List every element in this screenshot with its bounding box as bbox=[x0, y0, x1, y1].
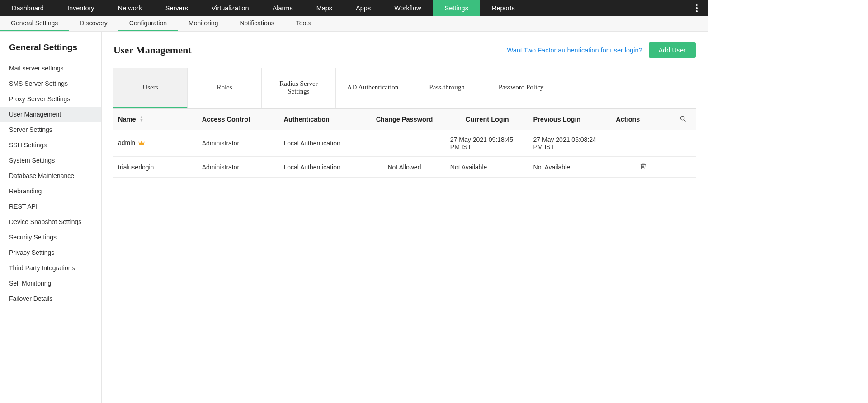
nav-workflow[interactable]: Workflow bbox=[382, 0, 433, 16]
cell-name: trialuserlogin bbox=[113, 157, 198, 178]
column-header-access[interactable]: Access Control bbox=[198, 109, 279, 130]
cell-current-login: Not Available bbox=[446, 157, 529, 178]
subnav-tools[interactable]: Tools bbox=[285, 16, 322, 31]
column-header-auth[interactable]: Authentication bbox=[279, 109, 363, 130]
sidebar-item-proxy-server[interactable]: Proxy Server Settings bbox=[0, 91, 101, 107]
sidebar-item-rest-api[interactable]: REST API bbox=[0, 199, 101, 214]
sub-nav: General Settings Discovery Configuration… bbox=[0, 16, 708, 32]
cell-current-login: 27 May 2021 09:18:45 PM IST bbox=[446, 130, 529, 157]
crown-icon bbox=[138, 140, 145, 147]
subnav-discovery[interactable]: Discovery bbox=[69, 16, 118, 31]
sidebar-item-privacy-settings[interactable]: Privacy Settings bbox=[0, 245, 101, 260]
add-user-button[interactable]: Add User bbox=[649, 42, 696, 58]
cell-name: admin bbox=[113, 130, 198, 157]
cell-change-password: Not Allowed bbox=[363, 157, 446, 178]
cell-previous-login: 27 May 2021 06:08:24 PM IST bbox=[529, 130, 612, 157]
sidebar: General Settings Mail server settings SM… bbox=[0, 32, 102, 403]
column-header-previous-login[interactable]: Previous Login bbox=[529, 109, 612, 130]
nav-settings[interactable]: Settings bbox=[433, 0, 480, 16]
subnav-monitoring[interactable]: Monitoring bbox=[178, 16, 229, 31]
two-factor-link[interactable]: Want Two Factor authentication for user … bbox=[507, 47, 642, 54]
page-title: User Management bbox=[113, 44, 192, 56]
column-header-change-password[interactable]: Change Password bbox=[363, 109, 446, 130]
page-header: User Management Want Two Factor authenti… bbox=[113, 42, 696, 58]
sidebar-item-ssh-settings[interactable]: SSH Settings bbox=[0, 137, 101, 153]
cell-auth: Local Authentication bbox=[279, 157, 363, 178]
nav-apps[interactable]: Apps bbox=[344, 0, 382, 16]
nav-dashboard[interactable]: Dashboard bbox=[0, 0, 56, 16]
nav-network[interactable]: Network bbox=[106, 0, 154, 16]
settings-tabs: Users Roles Radius Server Settings AD Au… bbox=[113, 68, 696, 109]
subnav-general-settings[interactable]: General Settings bbox=[0, 16, 69, 31]
sidebar-item-device-snapshot[interactable]: Device Snapshot Settings bbox=[0, 214, 101, 230]
cell-previous-login: Not Available bbox=[529, 157, 612, 178]
cell-spacer bbox=[675, 157, 696, 178]
tab-users[interactable]: Users bbox=[113, 68, 188, 108]
sidebar-item-system-settings[interactable]: System Settings bbox=[0, 153, 101, 168]
nav-maps[interactable]: Maps bbox=[305, 0, 344, 16]
nav-reports[interactable]: Reports bbox=[480, 0, 527, 16]
column-header-current-login[interactable]: Current Login bbox=[446, 109, 529, 130]
sidebar-title: General Settings bbox=[0, 40, 101, 61]
sidebar-item-rebranding[interactable]: Rebranding bbox=[0, 183, 101, 199]
nav-alarms[interactable]: Alarms bbox=[261, 0, 305, 16]
sidebar-item-database-maintenance[interactable]: Database Maintenance bbox=[0, 168, 101, 183]
tab-pass-through[interactable]: Pass-through bbox=[410, 68, 484, 108]
table-row[interactable]: adminAdministratorLocal Authentication27… bbox=[113, 130, 696, 157]
tab-password-policy[interactable]: Password Policy bbox=[484, 68, 558, 108]
sidebar-item-sms-server[interactable]: SMS Server Settings bbox=[0, 76, 101, 91]
sidebar-item-mail-server[interactable]: Mail server settings bbox=[0, 61, 101, 76]
nav-virtualization[interactable]: Virtualization bbox=[200, 0, 261, 16]
tab-radius-server[interactable]: Radius Server Settings bbox=[262, 68, 336, 108]
table-search[interactable] bbox=[675, 109, 696, 130]
sidebar-item-failover-details[interactable]: Failover Details bbox=[0, 291, 101, 306]
column-header-name[interactable]: Name ▲▼ bbox=[113, 109, 198, 130]
sidebar-item-user-management[interactable]: User Management bbox=[0, 107, 101, 122]
nav-servers[interactable]: Servers bbox=[154, 0, 200, 16]
cell-actions bbox=[611, 130, 675, 157]
table-row[interactable]: trialuserloginAdministratorLocal Authent… bbox=[113, 157, 696, 178]
cell-change-password bbox=[363, 130, 446, 157]
tab-ad-authentication[interactable]: AD Authentication bbox=[336, 68, 410, 108]
cell-access: Administrator bbox=[198, 157, 279, 178]
kebab-menu-icon[interactable] bbox=[690, 0, 703, 16]
cell-spacer bbox=[675, 130, 696, 157]
sidebar-item-server-settings[interactable]: Server Settings bbox=[0, 122, 101, 137]
sidebar-item-security-settings[interactable]: Security Settings bbox=[0, 230, 101, 245]
subnav-configuration[interactable]: Configuration bbox=[118, 16, 178, 31]
sort-icon: ▲▼ bbox=[140, 116, 144, 122]
svg-line-1 bbox=[684, 120, 685, 122]
nav-inventory[interactable]: Inventory bbox=[56, 0, 106, 16]
subnav-notifications[interactable]: Notifications bbox=[229, 16, 285, 31]
cell-access: Administrator bbox=[198, 130, 279, 157]
sidebar-item-self-monitoring[interactable]: Self Monitoring bbox=[0, 276, 101, 291]
delete-icon[interactable] bbox=[640, 163, 646, 170]
users-table: Name ▲▼ Access Control Authentication Ch… bbox=[113, 109, 696, 178]
search-icon[interactable] bbox=[679, 115, 686, 122]
column-header-actions: Actions bbox=[611, 109, 675, 130]
cell-auth: Local Authentication bbox=[279, 130, 363, 157]
main-content: User Management Want Two Factor authenti… bbox=[102, 32, 708, 403]
top-nav: Dashboard Inventory Network Servers Virt… bbox=[0, 0, 708, 16]
cell-actions bbox=[611, 157, 675, 178]
tab-roles[interactable]: Roles bbox=[188, 68, 262, 108]
sidebar-item-third-party[interactable]: Third Party Integrations bbox=[0, 260, 101, 276]
